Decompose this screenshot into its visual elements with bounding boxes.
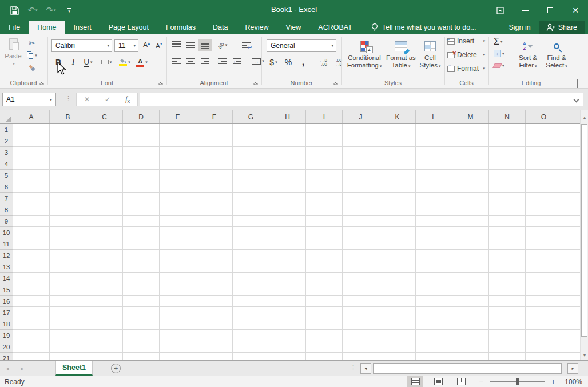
cell[interactable] [452,353,489,360]
cell[interactable] [196,147,233,158]
cell[interactable] [489,158,526,170]
row-header-19[interactable]: 19 [0,330,13,341]
vertical-scroll-thumb[interactable] [581,124,587,337]
cell[interactable] [306,353,343,360]
font-size-combo[interactable]: 11▾ [114,39,138,52]
cell[interactable] [269,238,306,250]
cell[interactable] [13,216,50,227]
column-header-I[interactable]: I [306,110,343,123]
cell[interactable] [233,158,269,170]
row-header-15[interactable]: 15 [0,284,13,296]
cell[interactable] [50,296,86,307]
cell[interactable] [86,261,123,273]
cell[interactable] [50,124,86,135]
cell[interactable] [123,284,160,296]
cell[interactable] [196,135,233,147]
cell[interactable] [526,353,562,360]
select-all-corner[interactable] [0,110,13,124]
cell[interactable] [196,238,233,250]
cell[interactable] [50,170,86,181]
cell[interactable] [269,261,306,273]
cell[interactable] [489,135,526,147]
cell[interactable] [562,341,580,353]
row-header-20[interactable]: 20 [0,341,13,353]
cell[interactable] [196,330,233,341]
cell[interactable] [269,318,306,330]
cell[interactable] [160,284,196,296]
cell[interactable] [379,284,416,296]
row-header-16[interactable]: 16 [0,296,13,307]
insert-function-button[interactable]: fx [125,95,130,104]
column-header-N[interactable]: N [489,110,526,123]
align-left-button[interactable] [169,55,183,67]
cell[interactable] [562,273,580,284]
cell[interactable] [562,158,580,170]
insert-cells-button[interactable]: ← Insert ▾ [447,37,485,45]
cell[interactable] [13,170,50,181]
cell[interactable] [13,193,50,204]
cell[interactable] [123,238,160,250]
cell[interactable] [196,250,233,261]
fill-button[interactable]: ↓▾ [494,50,504,57]
cell[interactable] [562,193,580,204]
cell[interactable] [416,193,452,204]
cell[interactable] [160,273,196,284]
cell[interactable] [233,250,269,261]
cell[interactable] [233,353,269,360]
cell[interactable] [306,341,343,353]
cell[interactable] [123,124,160,135]
cell[interactable] [306,250,343,261]
increase-indent-button[interactable]: → [230,55,244,67]
font-name-combo[interactable]: Calibri▾ [51,39,112,52]
cell[interactable] [379,238,416,250]
cell[interactable] [306,158,343,170]
cell[interactable] [562,227,580,238]
cell[interactable] [123,227,160,238]
paste-button[interactable]: Paste ▾ [2,35,24,77]
cell[interactable] [379,216,416,227]
cell[interactable] [50,147,86,158]
save-button[interactable] [7,3,22,18]
cell[interactable] [13,135,50,147]
cell[interactable] [196,124,233,135]
cell[interactable] [196,296,233,307]
cell[interactable] [86,353,123,360]
cell[interactable] [196,181,233,193]
column-header-D[interactable]: D [123,110,160,123]
cell[interactable] [562,170,580,181]
cell[interactable] [343,135,379,147]
cell[interactable] [160,318,196,330]
cell[interactable] [196,170,233,181]
cell[interactable] [123,181,160,193]
formula-bar-splitter[interactable]: ⋮ [65,95,71,102]
cell[interactable] [13,261,50,273]
formula-input[interactable] [140,93,583,106]
cell[interactable] [50,307,86,318]
cell[interactable] [379,181,416,193]
cell[interactable] [86,216,123,227]
cell[interactable] [343,318,379,330]
cell[interactable] [86,238,123,250]
cell[interactable] [379,296,416,307]
cell[interactable] [306,135,343,147]
cell[interactable] [489,330,526,341]
minimize-button[interactable] [512,0,538,21]
sort-filter-button[interactable]: AZ Sort & Filter▾ [514,35,542,77]
cell[interactable] [489,193,526,204]
tab-formulas[interactable]: Formulas [157,21,204,34]
cell[interactable] [13,158,50,170]
cell[interactable] [233,193,269,204]
cell[interactable] [269,124,306,135]
cell[interactable] [86,124,123,135]
row-header-12[interactable]: 12 [0,250,13,261]
cell[interactable] [123,250,160,261]
tab-view[interactable]: View [277,21,309,34]
cell[interactable] [452,284,489,296]
cell[interactable] [416,341,452,353]
cell[interactable] [306,330,343,341]
cell[interactable] [526,147,562,158]
cell[interactable] [343,341,379,353]
cell[interactable] [123,261,160,273]
column-header-J[interactable]: J [343,110,379,123]
cell[interactable] [452,147,489,158]
